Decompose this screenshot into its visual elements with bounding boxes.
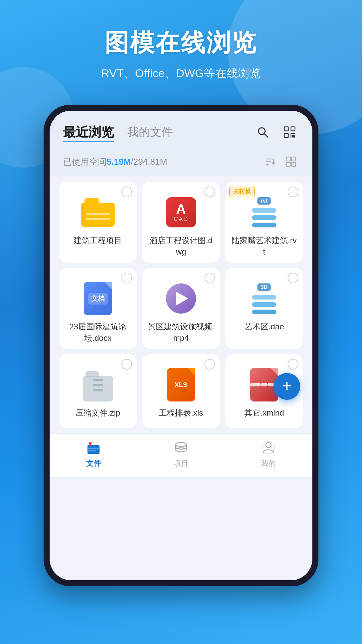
storage-bar: 已使用空间5.19M/294.81M [50,148,312,176]
file-card-video[interactable]: 景区建筑设施视频.mp4 [142,268,220,349]
file-card-rvt[interactable]: 未转换 rvt 陆家嘴艺术建筑.rvt [225,182,303,263]
svg-rect-4 [284,133,288,138]
svg-rect-21 [88,450,96,451]
file-name-6: 艺术区.dae [244,321,284,332]
scan-icon [283,125,296,139]
file-icon-zip [79,366,116,403]
view-controls [261,154,299,170]
file-icon-xls: XLS [163,366,199,403]
svg-rect-23 [88,442,92,444]
add-file-button[interactable]: + [274,373,300,400]
projects-tab-icon [172,439,190,457]
mine-tab-label: 我的 [261,459,276,469]
search-icon [256,125,269,139]
projects-tab-label: 项目 [174,459,188,469]
phone-screen: 最近浏览 我的文件 [50,111,312,580]
svg-point-29 [266,442,271,448]
file-name-5: 景区建筑设施视频.mp4 [147,321,215,343]
file-card-zip[interactable]: 压缩文件.zip [59,354,137,428]
file-name-8: 工程排表.xls [159,407,203,419]
file-icon-rvt: rvt [246,194,283,231]
header-title: 图模在线浏览 [13,27,349,59]
file-card-doc[interactable]: 文档 23届国际建筑论坛.docx [59,268,137,349]
tab-projects[interactable]: 项目 [172,439,190,469]
file-checkbox-6[interactable] [288,273,298,283]
file-card-folder[interactable]: 建筑工程项目 [59,182,137,263]
add-icon: + [282,378,292,394]
file-icon-dae: 3D [246,280,283,317]
file-icon-cad: A CAD [163,194,199,231]
file-name-7: 压缩文件.zip [75,407,120,419]
svg-rect-20 [88,448,99,449]
scan-button[interactable] [280,123,299,142]
mine-tab-icon [260,439,277,457]
header-subtitle: RVT、Office、DWG等在线浏览 [13,66,349,81]
svg-rect-7 [292,135,295,138]
grid-view-button[interactable] [283,154,299,170]
file-name-2: 酒店工程设计图.dwg [147,235,215,257]
file-icon-video [163,280,199,317]
file-icon-doc: 文档 [79,280,116,317]
file-name-4: 23届国际建筑论坛.docx [64,321,131,343]
phone-mockup: 最近浏览 我的文件 [44,105,318,586]
header-section: 图模在线浏览 RVT、Office、DWG等在线浏览 [0,0,362,95]
file-name-1: 建筑工程项目 [74,235,122,246]
file-card-dae[interactable]: 3D 艺术区.dae [225,268,303,349]
file-card-xls[interactable]: XLS 工程排表.xls [142,354,220,428]
storage-info: 已使用空间5.19M/294.81M [63,156,167,168]
file-checkbox-3[interactable] [288,186,298,197]
file-name-9: 其它.xmind [244,407,284,419]
svg-rect-13 [292,157,296,161]
svg-rect-12 [286,157,290,161]
nav-bar: 最近浏览 我的文件 [50,111,312,148]
bottom-tab-bar: 文件 项目 [50,433,312,477]
file-checkbox-7[interactable] [121,359,132,370]
file-card-cad[interactable]: A CAD 酒店工程设计图.dwg [142,182,220,263]
file-checkbox-2[interactable] [204,186,215,197]
file-grid: 建筑工程项目 A CAD 酒店工程设计图.dwg 未转换 [50,176,312,433]
sort-button[interactable] [261,154,278,170]
tab-mine[interactable]: 我的 [260,439,277,469]
svg-point-26 [176,442,186,446]
tab-recent[interactable]: 最近浏览 [63,124,114,141]
search-button[interactable] [253,123,272,142]
files-tab-label: 文件 [86,459,101,469]
files-tab-icon [85,439,102,457]
grid-icon [285,156,297,168]
svg-rect-3 [291,127,295,131]
phone-frame: 最近浏览 我的文件 [44,105,318,586]
file-checkbox-4[interactable] [121,273,132,283]
file-checkbox-5[interactable] [204,273,215,283]
nav-icons [253,123,299,142]
file-icon-folder [79,194,116,231]
sort-icon [263,156,276,168]
file-badge-3: 未转换 [229,186,255,197]
file-name-3: 陆家嘴艺术建筑.rvt [231,235,298,257]
svg-rect-14 [286,162,290,166]
tab-files[interactable]: 文件 [85,439,102,469]
file-checkbox-9[interactable] [288,359,298,370]
svg-line-1 [264,133,268,137]
tab-myfiles[interactable]: 我的文件 [127,124,253,140]
svg-rect-2 [284,127,288,131]
file-checkbox-1[interactable] [121,186,132,197]
file-checkbox-8[interactable] [204,359,215,370]
svg-rect-15 [292,162,296,166]
